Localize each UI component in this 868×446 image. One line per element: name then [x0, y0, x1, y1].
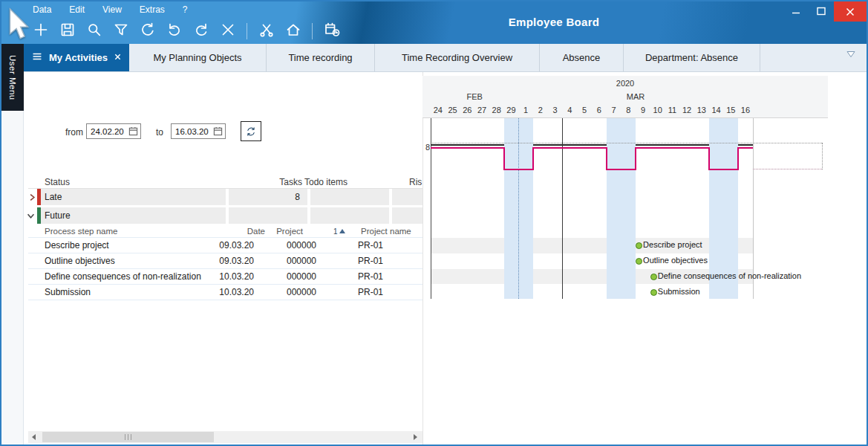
- timescale-day-label[interactable]: 13: [694, 106, 709, 114]
- date-cell: 09.03.20: [209, 256, 254, 266]
- milestone-marker[interactable]: [636, 258, 642, 265]
- timescale-day-label[interactable]: 1: [518, 106, 533, 114]
- process-step-link[interactable]: Describe project: [45, 240, 109, 251]
- filter-button[interactable]: [111, 22, 130, 41]
- tab-my-activities[interactable]: My Activities: [24, 44, 129, 71]
- timescale-day-label[interactable]: 8: [621, 106, 636, 114]
- timescale-day-label[interactable]: 11: [665, 106, 680, 114]
- menu-item-extras[interactable]: Extras: [140, 4, 165, 15]
- redo-icon: [193, 22, 209, 41]
- capacity-zero-dotted: [753, 169, 822, 169]
- today-line: [562, 118, 563, 299]
- timescale-day-label[interactable]: 2: [533, 106, 548, 114]
- planning-board-button[interactable]: [322, 22, 341, 41]
- table-row: Define consequences of non-realization10…: [28, 269, 422, 285]
- hscroll-thumb[interactable]: [42, 432, 214, 442]
- timescale-day-label[interactable]: 26: [460, 106, 474, 114]
- timescale-day-label[interactable]: 5: [577, 106, 592, 114]
- scroll-right-icon: [414, 434, 417, 440]
- maximize-button[interactable]: [809, 1, 834, 21]
- tab-list-dropdown-icon[interactable]: [846, 48, 856, 62]
- timescale-day-label[interactable]: 7: [607, 106, 621, 114]
- project-link[interactable]: 000000: [272, 240, 316, 251]
- process-step-link[interactable]: Outline objectives: [45, 256, 115, 266]
- menu-item-view[interactable]: View: [102, 4, 122, 15]
- tab-my-planning-objects[interactable]: My Planning Objects: [129, 44, 267, 71]
- group-row-late-risk-cell: [392, 189, 422, 205]
- collapse-chevron-icon[interactable]: [27, 212, 35, 220]
- from-date-input[interactable]: 24.02.20: [86, 123, 141, 139]
- timescale-day-label[interactable]: 15: [723, 106, 738, 114]
- tab-close-icon[interactable]: [114, 52, 122, 63]
- timescale-day-label[interactable]: 29: [504, 106, 519, 114]
- timescale-day-label[interactable]: 12: [679, 106, 694, 114]
- milestone-marker[interactable]: [650, 274, 657, 280]
- home-button[interactable]: [284, 22, 302, 41]
- tools-button[interactable]: [257, 22, 275, 41]
- expand-chevron-icon[interactable]: [28, 193, 36, 201]
- menu-item-edit[interactable]: Edit: [69, 4, 85, 15]
- hscroll-left-arrow[interactable]: [28, 431, 39, 443]
- from-label: from: [65, 127, 83, 138]
- group-row-late[interactable]: [41, 189, 226, 205]
- subheader-process-step[interactable]: Process step name: [45, 227, 117, 236]
- redo-button[interactable]: [192, 22, 210, 41]
- save-button[interactable]: [58, 22, 76, 41]
- menu-item-help[interactable]: ?: [183, 4, 188, 15]
- tab-label: Time Recording Overview: [402, 52, 512, 63]
- sort-indicator[interactable]: 1: [333, 227, 345, 236]
- timescale-day-label[interactable]: 4: [562, 106, 577, 114]
- subheader-project[interactable]: Project: [254, 227, 303, 236]
- refresh-button[interactable]: [138, 22, 157, 41]
- group-late-label: Late: [45, 192, 62, 202]
- tab-time-recording-overview[interactable]: Time Recording Overview: [375, 44, 540, 71]
- tab-absence[interactable]: Absence: [540, 44, 624, 71]
- project-link[interactable]: 000000: [272, 256, 316, 266]
- hamburger-menu-icon[interactable]: [31, 51, 43, 64]
- process-step-link[interactable]: Submission: [45, 287, 91, 297]
- delete-button[interactable]: [218, 22, 237, 41]
- undo-button[interactable]: [165, 22, 183, 41]
- tab-time-recording[interactable]: Time recording: [267, 44, 375, 71]
- hscroll-right-arrow[interactable]: [408, 431, 422, 443]
- close-button[interactable]: [834, 1, 867, 22]
- search-button[interactable]: [85, 22, 103, 41]
- user-menu-tab[interactable]: User Menu: [1, 44, 24, 111]
- subheader-project-name[interactable]: Project name: [361, 227, 411, 236]
- save-icon: [59, 22, 76, 41]
- timescale-day-label[interactable]: 16: [738, 106, 753, 114]
- calendar-icon: [128, 126, 138, 136]
- gantt-left-axis-line: [431, 118, 431, 299]
- column-header-status[interactable]: Status: [45, 177, 70, 187]
- timescale-day-label[interactable]: 27: [474, 106, 489, 114]
- column-header-risk[interactable]: Ris: [409, 177, 422, 187]
- capacity-guide-dotted: [431, 143, 822, 143]
- add-button[interactable]: [31, 22, 50, 41]
- timescale-day-label[interactable]: 6: [592, 106, 607, 114]
- to-date-input[interactable]: 16.03.20: [171, 123, 226, 139]
- table-row: Outline objectives09.03.20000000PR-01: [28, 253, 422, 269]
- timescale-day-label[interactable]: 3: [548, 106, 563, 114]
- project-link[interactable]: 000000: [272, 271, 316, 282]
- refresh-button[interactable]: [241, 121, 261, 141]
- timescale-day-label[interactable]: 24: [431, 106, 446, 114]
- column-header-todo-items[interactable]: Todo items: [284, 177, 347, 187]
- minimize-button[interactable]: [783, 1, 809, 21]
- tab-department-absence[interactable]: Department: Absence: [624, 44, 760, 71]
- date-cell: 10.03.20: [209, 287, 254, 297]
- project-link[interactable]: 000000: [272, 287, 316, 297]
- milestone-marker[interactable]: [650, 289, 657, 296]
- process-step-link[interactable]: Define consequences of non-realization: [45, 271, 201, 282]
- timescale-day-label[interactable]: 10: [650, 106, 665, 114]
- timescale-day-label[interactable]: 28: [489, 106, 504, 114]
- timescale-day-label[interactable]: 14: [709, 106, 724, 114]
- to-date-value: 16.03.20: [175, 127, 209, 136]
- tab-label: Department: Absence: [645, 52, 738, 63]
- timescale-day-label[interactable]: 9: [636, 106, 650, 114]
- close-icon: [846, 7, 855, 16]
- tab-strip: My ActivitiesMy Planning ObjectsTime rec…: [24, 44, 760, 71]
- menu-item-data[interactable]: Data: [33, 4, 51, 15]
- undo-icon: [166, 22, 183, 41]
- timescale-day-label[interactable]: 25: [446, 106, 460, 114]
- capacity-scale-label: 8: [422, 143, 430, 152]
